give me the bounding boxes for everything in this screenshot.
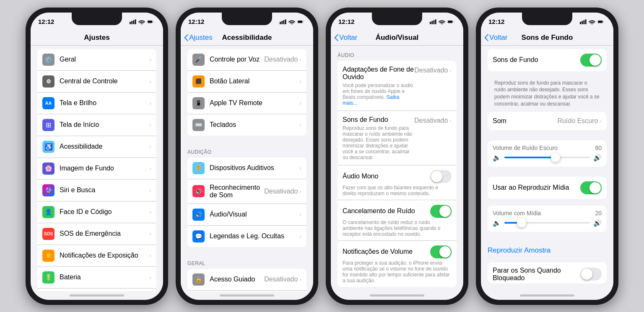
parar-toggle[interactable] xyxy=(580,268,602,281)
svg-rect-12 xyxy=(430,22,431,24)
sons-fundo-main-group: Sons de Fundo xyxy=(488,49,607,71)
list-item[interactable]: 💬 Legendas e Leg. Ocultas › xyxy=(187,226,306,247)
list-item[interactable]: Notificações de Volume Para proteger a s… xyxy=(338,241,457,287)
item-label: Siri e Busca xyxy=(60,186,95,193)
item-label: Imagem de Fundo xyxy=(60,165,114,172)
list-item[interactable]: AA Tela e Brilho › xyxy=(37,93,156,114)
svg-rect-1 xyxy=(131,21,132,24)
list-item[interactable]: 📱 Apple TV Remote › xyxy=(187,93,306,114)
list-item[interactable]: Sons de Fundo Reproduz sons de fundo par… xyxy=(338,111,457,165)
list-item[interactable]: 🔋 Bateria › xyxy=(37,267,156,289)
chevron-icon: › xyxy=(299,276,301,283)
sons-fundo-main-toggle[interactable] xyxy=(580,54,602,67)
svg-rect-19 xyxy=(582,21,583,24)
settings-group-audicao: 👂 Dispositivos Auditivos › 🔊 Reconhecime… xyxy=(187,157,306,247)
cancelamento-desc: O cancelamento de ruído reduz o ruído am… xyxy=(343,219,452,239)
list-item[interactable]: 🔊 Reconhecimento de Som Desativado› xyxy=(187,179,306,204)
audio-mono-toggle[interactable] xyxy=(430,170,452,183)
status-icons-3 xyxy=(430,19,454,24)
list-item[interactable]: 👤 Face ID e Código › xyxy=(37,201,156,223)
list-item[interactable]: 🌸 Imagem de Fundo › xyxy=(37,158,156,180)
usar-midia-item[interactable]: Usar ao Reproduzir Mídia xyxy=(488,177,607,199)
play-sample-button[interactable]: Reproduzir Amostra xyxy=(488,246,551,254)
back-button-2[interactable]: Ajustes xyxy=(184,34,213,42)
phone-acessibilidade: 12:12 Ajustes Acessibilidade 🎤 Controle … xyxy=(176,8,318,305)
home-bar xyxy=(370,294,424,297)
item-label: Acessibilidade xyxy=(60,143,102,150)
status-icons-4 xyxy=(580,19,604,24)
wifi-icon xyxy=(589,19,595,24)
list-item[interactable]: ♿ Acessibilidade › xyxy=(37,136,156,158)
som-item[interactable]: Som Ruído Escuro › xyxy=(488,112,607,130)
volume-midia-slider[interactable] xyxy=(504,222,590,224)
som-label: Som xyxy=(493,117,506,124)
item-label: Áudio/Visual xyxy=(210,211,247,218)
item-label: Tela e Brilho xyxy=(60,99,96,106)
notch xyxy=(522,13,572,25)
volume-midia-value: 20 xyxy=(595,210,602,217)
settings-list-2[interactable]: 🎤 Controle por Voz Desativado› ⬛ Botão L… xyxy=(181,46,313,291)
volume-ruido-slider[interactable] xyxy=(504,157,590,158)
settings-list-4[interactable]: Sons de Fundo Reproduz sons de fundo par… xyxy=(481,46,613,291)
adaptacoes-desc: Você pode personalizar o áudio em fones … xyxy=(343,83,414,106)
nav-bar-2: Ajustes Acessibilidade xyxy=(181,31,313,46)
usar-midia-toggle[interactable] xyxy=(580,181,602,194)
list-item[interactable]: ⊞ Tela de Início › xyxy=(37,114,156,136)
cancelamento-toggle[interactable] xyxy=(430,205,452,218)
list-item[interactable]: ⚙ Central de Controle › xyxy=(37,71,156,93)
list-item[interactable]: 🎤 Controle por Voz Desativado› xyxy=(187,49,306,71)
section-header-audio: ÁUDIO xyxy=(331,46,463,61)
sos-icon: SOS xyxy=(42,228,55,240)
parar-group: Parar os Sons Quando Bloqueado xyxy=(488,262,607,284)
sons-fundo-main-label: Sons de Fundo xyxy=(493,56,538,63)
parar-item[interactable]: Parar os Sons Quando Bloqueado xyxy=(488,262,607,284)
settings-group-main: ⚙️ Geral › ⚙ Central de Controle › AA Te… xyxy=(37,49,156,291)
chevron-icon: › xyxy=(299,188,301,195)
notif-volume-toggle[interactable] xyxy=(430,245,452,258)
list-item[interactable]: ✋ Privacidade › xyxy=(37,289,156,291)
list-item[interactable]: 👂 Dispositivos Auditivos › xyxy=(187,157,306,179)
volume-midia-label: Volume com Mídia xyxy=(493,210,541,217)
list-item[interactable]: Cancelamento de Ruído O cancelamento de … xyxy=(338,200,457,241)
faceid-icon: 👤 xyxy=(42,206,55,218)
list-item[interactable]: 🔮 Siri e Busca › xyxy=(37,180,156,201)
item-label: Bateria xyxy=(60,273,81,281)
vol-min-icon: 🔈 xyxy=(493,154,501,162)
list-item[interactable]: SOS SOS de Emergência › xyxy=(37,223,156,245)
chevron-icon: › xyxy=(149,143,151,150)
list-item[interactable]: 🔊 Áudio/Visual › xyxy=(187,204,306,226)
back-button-4[interactable]: Voltar xyxy=(484,34,507,42)
item-label: Controle por Voz xyxy=(210,56,260,63)
sons-fundo-toggle-item[interactable]: Sons de Fundo xyxy=(488,49,607,71)
audio-mono-desc: Fazer com que os alto-falantes esquerdo … xyxy=(343,185,452,198)
usar-midia-group: Usar ao Reproduzir Mídia xyxy=(488,177,607,199)
list-item[interactable]: Áudio Mono Fazer com que os alto-falante… xyxy=(338,165,457,200)
list-item[interactable]: ☀️ Notificações de Exposição › xyxy=(37,245,156,267)
list-item[interactable]: ⚙️ Geral › xyxy=(37,49,156,71)
item-label: Acesso Guiado xyxy=(210,276,255,283)
back-chevron-icon xyxy=(184,34,188,41)
chevron-icon: › xyxy=(299,165,301,171)
notch xyxy=(222,13,272,25)
settings-list-1[interactable]: ⚙️ Geral › ⚙ Central de Controle › AA Te… xyxy=(31,46,163,291)
svg-rect-6 xyxy=(280,22,281,24)
siri-icon: 🔮 xyxy=(42,184,55,196)
section-header-audicao: AUDIÇÃO xyxy=(181,142,313,157)
volume-ruido-group: Volume de Ruído Escuro 60 🔈 🔊 xyxy=(488,140,607,167)
list-item[interactable]: Adaptações de Fone de Ouvido Você pode p… xyxy=(338,61,457,111)
bateria-icon: 🔋 xyxy=(42,271,55,284)
battery-icon xyxy=(447,19,454,24)
home-bar xyxy=(70,294,124,297)
settings-list-3[interactable]: ÁUDIO Adaptações de Fone de Ouvido Você … xyxy=(331,46,463,291)
time-1: 12:12 xyxy=(38,18,54,25)
svg-rect-0 xyxy=(130,22,131,24)
list-item[interactable]: 🔒 Acesso Guiado Desativado› xyxy=(187,269,306,291)
list-item[interactable]: ⌨️ Teclados › xyxy=(187,114,306,136)
vol-midia-min-icon: 🔈 xyxy=(493,219,501,227)
chevron-icon: › xyxy=(149,100,151,106)
back-button-3[interactable]: Voltar xyxy=(334,34,357,42)
back-chevron-icon xyxy=(334,34,338,41)
list-item[interactable]: ⬛ Botão Lateral › xyxy=(187,71,306,93)
item-value: Desativado xyxy=(264,188,298,195)
chevron-icon: › xyxy=(449,67,452,74)
